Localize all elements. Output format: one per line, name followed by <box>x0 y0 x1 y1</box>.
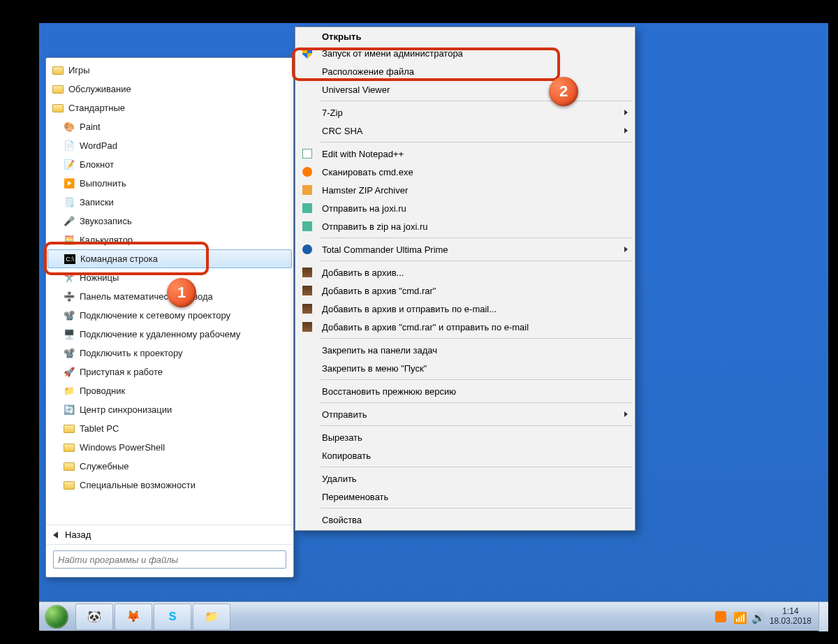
item-label: Записки <box>80 197 114 207</box>
context-menu: Открыть Запуск от имени администратора Р… <box>295 27 635 531</box>
folder-powershell[interactable]: Windows PowerShell <box>47 438 292 457</box>
folder-accessibility[interactable]: Специальные возможности <box>47 476 292 495</box>
item-label: Калькулятор <box>80 235 133 245</box>
item-label: Звукозапись <box>80 216 132 226</box>
ctx-label: Добавить в архив... <box>322 268 628 278</box>
scissors-icon: ✂️ <box>63 272 75 284</box>
ctx-label: Копировать <box>322 451 628 461</box>
search-input[interactable] <box>53 550 286 569</box>
tray-volume-icon[interactable]: 🔊 <box>751 611 763 622</box>
ctx-label: Удалить <box>322 474 628 484</box>
ctx-label: Закрепить в меню "Пуск" <box>322 363 628 374</box>
ctx-label: Восстановить прежнюю версию <box>322 386 628 397</box>
folder-games[interactable]: Игры <box>47 61 292 80</box>
ctx-archive-email[interactable]: Добавить в архив и отправить по e-mail..… <box>297 300 633 318</box>
ctx-copy[interactable]: Копировать <box>297 446 633 464</box>
ctx-open[interactable]: Открыть <box>297 29 633 44</box>
folder-icon <box>52 104 64 112</box>
app-stickynotes[interactable]: 🗒️Записки <box>47 193 292 212</box>
app-wordpad[interactable]: 📄WordPad <box>47 136 292 155</box>
ctx-add-archive-cmd[interactable]: Добавить в архив "cmd.rar" <box>297 281 633 300</box>
app-gettingstarted[interactable]: 🚀Приступая к работе <box>47 363 292 381</box>
ctx-joxi[interactable]: Отправить на joxi.ru <box>297 199 633 217</box>
item-label: Панель математического ввода <box>80 291 213 302</box>
app-notepad[interactable]: 📝Блокнот <box>47 155 292 174</box>
chevron-right-icon <box>624 247 628 252</box>
item-label: Подключение к сетевому проектору <box>80 310 230 321</box>
ctx-totalcommander[interactable]: Total Commander Ultima Prime <box>297 240 633 258</box>
taskbar-skype[interactable]: S <box>154 603 191 630</box>
app-paint[interactable]: 🎨Paint <box>47 117 292 136</box>
winrar-icon <box>302 268 312 277</box>
notepad-icon: 📝 <box>63 159 75 171</box>
folder-accessories[interactable]: Стандартные <box>47 98 292 117</box>
folder-icon <box>52 66 64 75</box>
app-synccenter[interactable]: 🔄Центр синхронизации <box>47 400 292 419</box>
tray-clock[interactable]: 1:14 18.03.2018 <box>770 607 811 627</box>
ctx-cut[interactable]: Вырезать <box>297 428 633 446</box>
ctx-add-archive[interactable]: Добавить в архив... <box>297 263 633 281</box>
ctx-scan-avast[interactable]: Сканировать cmd.exe <box>297 163 633 181</box>
ctx-crcsha[interactable]: CRC SHA <box>297 122 633 140</box>
ctx-archive-cmd-email[interactable]: Добавить в архив "cmd.rar" и отправить п… <box>297 318 633 336</box>
back-button[interactable]: Назад <box>46 525 293 544</box>
projector2-icon: 📽️ <box>63 347 75 360</box>
ctx-pin-taskbar[interactable]: Закрепить на панели задач <box>297 341 633 359</box>
tray-network-icon[interactable]: 📶 <box>733 611 744 622</box>
ctx-joxi-zip[interactable]: Отправить в zip на joxi.ru <box>297 217 633 235</box>
clock-time: 1:14 <box>770 607 811 617</box>
taskbar-explorer[interactable]: 📁 <box>193 603 230 630</box>
ctx-file-location[interactable]: Расположение файла <box>297 62 633 80</box>
tray-avast-icon[interactable] <box>715 611 726 622</box>
mic-icon: 🎤 <box>63 215 75 228</box>
taskbar-pinned: 🐼 🦊 S 📁 <box>75 603 230 630</box>
app-calculator[interactable]: 🧮Калькулятор <box>47 230 292 249</box>
ctx-delete[interactable]: Удалить <box>297 469 633 488</box>
ctx-pin-start[interactable]: Закрепить в меню "Пуск" <box>297 359 633 377</box>
ctx-separator <box>321 338 632 339</box>
item-label: Командная строка <box>80 254 158 264</box>
ctx-send-to[interactable]: Отправить <box>297 405 633 423</box>
ctx-label: CRC SHA <box>322 126 624 136</box>
joxi-icon <box>302 221 312 231</box>
app-soundrecorder[interactable]: 🎤Звукозапись <box>47 212 292 230</box>
taskbar-firefox[interactable]: 🦊 <box>115 603 152 630</box>
ctx-hamster[interactable]: Hamster ZIP Archiver <box>297 181 633 199</box>
ctx-properties[interactable]: Свойства <box>297 511 633 529</box>
folder-tabletpc[interactable]: Tablet PC <box>47 419 292 438</box>
folder-system[interactable]: Служебные <box>47 457 292 476</box>
joxi-icon <box>302 203 312 213</box>
ctx-run-as-admin[interactable]: Запуск от имени администратора <box>297 44 633 62</box>
item-label: Выполнить <box>80 178 126 189</box>
app-mathinput[interactable]: ➗Панель математического ввода <box>47 287 292 306</box>
calc-icon: 🧮 <box>63 234 75 247</box>
app-snipping[interactable]: ✂️Ножницы <box>47 268 292 287</box>
ctx-7zip[interactable]: 7-Zip <box>297 103 633 122</box>
app-networkprojector[interactable]: 📽️Подключение к сетевому проектору <box>47 306 292 325</box>
winrar-icon <box>302 304 312 314</box>
skype-icon: S <box>169 610 177 623</box>
ctx-label: Hamster ZIP Archiver <box>322 185 628 196</box>
app-connectprojector[interactable]: 📽️Подключить к проектору <box>47 344 292 363</box>
ctx-restore-version[interactable]: Восстановить прежнюю версию <box>297 382 633 400</box>
panda-icon: 🐼 <box>87 610 101 623</box>
ctx-label: Вырезать <box>322 432 628 443</box>
app-explorer[interactable]: 📁Проводник <box>47 381 292 400</box>
totalcommander-icon <box>302 244 312 254</box>
app-remotedesktop[interactable]: 🖥️Подключение к удаленному рабочему <box>47 325 292 344</box>
show-desktop-button[interactable] <box>818 602 828 631</box>
ctx-universal-viewer[interactable]: Universal Viewer <box>297 80 633 98</box>
ctx-label: 7-Zip <box>322 108 624 118</box>
start-button[interactable] <box>39 603 74 631</box>
ctx-notepadpp[interactable]: Edit with Notepad++ <box>297 145 633 163</box>
notepadpp-icon <box>302 149 312 159</box>
app-cmd[interactable]: C:\Командная строка <box>47 249 292 268</box>
ctx-separator <box>321 261 632 261</box>
app-run[interactable]: ▶️Выполнить <box>47 174 292 193</box>
folder-maintenance[interactable]: Обслуживание <box>47 80 292 98</box>
ctx-label: Сканировать cmd.exe <box>322 167 628 177</box>
taskbar-app-1[interactable]: 🐼 <box>75 603 113 630</box>
ctx-rename[interactable]: Переименовать <box>297 488 633 506</box>
remote-icon: 🖥️ <box>63 328 75 341</box>
item-label: Центр синхронизации <box>80 404 172 415</box>
